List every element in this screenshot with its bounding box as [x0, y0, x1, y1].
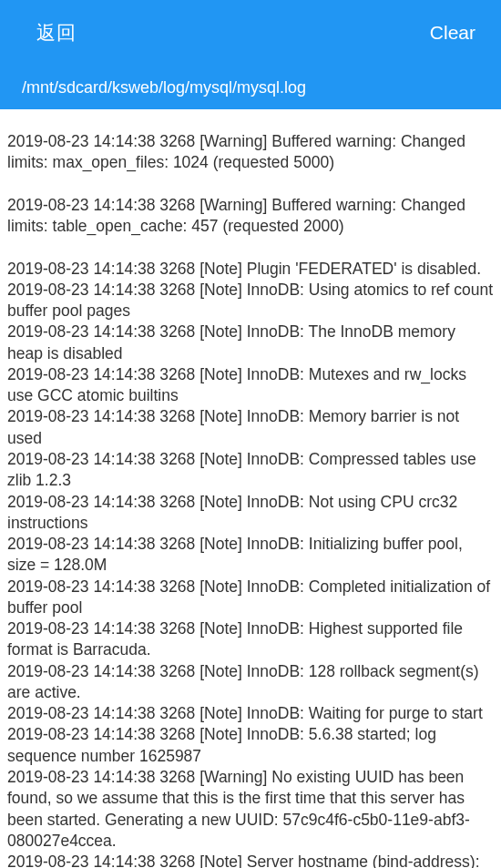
log-content[interactable]: 2019-08-23 14:14:38 3268 [Warning] Buffe…	[0, 109, 501, 868]
app-header: 返回 Clear /mnt/sdcard/ksweb/log/mysql/mys…	[0, 0, 501, 109]
file-path: /mnt/sdcard/ksweb/log/mysql/mysql.log	[0, 46, 501, 97]
back-button[interactable]: 返回	[36, 20, 77, 46]
header-toolbar: 返回 Clear	[0, 0, 501, 46]
clear-button[interactable]: Clear	[430, 22, 475, 44]
